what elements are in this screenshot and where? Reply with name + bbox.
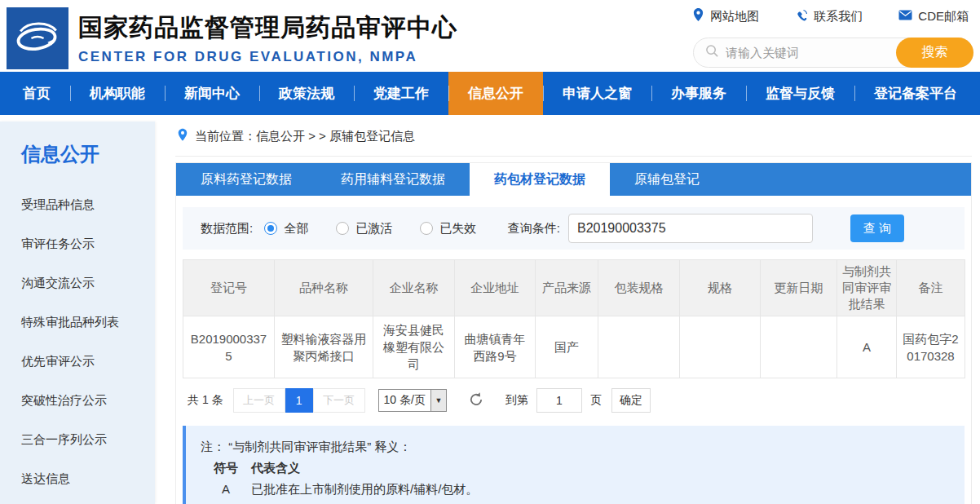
radio-expired-label: 已失效: [439, 221, 476, 237]
table-header-row: 登记号 品种名称 企业名称 企业地址 产品来源 包装规格 规格 更新日期 与制剂…: [183, 260, 965, 316]
sidebar-item-delivery-info[interactable]: 送达信息: [21, 459, 155, 498]
sitemap-link[interactable]: 网站地图: [692, 8, 759, 24]
total-count: 共 1 条: [188, 393, 223, 408]
sidebar-item-special-approval[interactable]: 特殊审批品种列表: [21, 303, 155, 342]
scope-label: 数据范围:: [201, 221, 253, 237]
tab-packaging-data[interactable]: 药包材登记数据: [470, 163, 610, 196]
note-meaning-i: 尚未通过与制剂共同审评审批的原料/辅料/包材。: [251, 500, 956, 504]
chevron-down-icon: ▼: [430, 390, 446, 411]
col-product-source: 产品来源: [536, 260, 598, 316]
nav-item-info-disclosure[interactable]: 信息公开: [448, 72, 543, 115]
site-title: 国家药品监督管理局药品审评中心: [78, 11, 457, 45]
page-number-button[interactable]: 1: [285, 388, 313, 413]
radio-all-label: 全部: [284, 221, 308, 237]
sidebar-item-accepted-products[interactable]: 受理品种信息: [21, 185, 155, 224]
nav-item-home[interactable]: 首页: [3, 72, 70, 115]
sidebar-item-communication[interactable]: 沟通交流公示: [21, 263, 155, 303]
nav-item-registration-platform[interactable]: 登记备案平台: [854, 72, 977, 115]
query-label: 查询条件:: [508, 221, 560, 237]
query-button[interactable]: 查 询: [850, 214, 904, 242]
radio-activated-label: 已激活: [355, 221, 392, 237]
main-nav: 首页 机构职能 新闻中心 政策法规 党建工作 信息公开 申请人之窗 办事服务 监…: [0, 72, 980, 115]
radio-option-activated[interactable]: 已激活: [336, 221, 392, 237]
mailbox-link[interactable]: CDE邮箱: [898, 8, 969, 24]
contact-link[interactable]: 联系我们: [795, 8, 863, 24]
note-box: 注： “与制剂共同审评审批结果” 释义： 符号 代表含义 A 已批准在上市制剂使…: [183, 426, 965, 504]
note-row-a: A 已批准在上市制剂使用的原料/辅料/包材。: [201, 479, 956, 500]
cde-logo-icon: [8, 7, 67, 69]
col-spec: 规格: [680, 260, 761, 316]
breadcrumb-text: 当前位置：信息公开 > > 原辅包登记信息: [195, 129, 415, 144]
page-size-select[interactable]: 10 条/页 ▼: [378, 389, 447, 412]
cell-joint-review-result: A: [837, 316, 897, 378]
sidebar-item-review-tasks[interactable]: 审评任务公示: [21, 224, 155, 263]
col-joint-review-result: 与制剂共同审评审批结果: [837, 260, 897, 316]
nav-item-applicant[interactable]: 申请人之窗: [543, 72, 651, 115]
goto-label: 到第: [505, 393, 528, 408]
cde-logo[interactable]: [7, 7, 68, 69]
col-registration-no: 登记号: [183, 260, 275, 316]
refresh-icon: [468, 391, 484, 410]
note-symbol-i: I: [201, 500, 251, 504]
tab-raw-aux-pack[interactable]: 原辅包登记: [610, 163, 724, 196]
radio-activated[interactable]: [336, 222, 349, 235]
nav-item-services[interactable]: 办事服务: [651, 72, 746, 115]
query-input[interactable]: [568, 214, 813, 243]
note-meaning-header: 代表含义: [251, 458, 956, 479]
mailbox-label: CDE邮箱: [918, 9, 969, 24]
sidebar-item-three-in-one[interactable]: 三合一序列公示: [21, 420, 155, 459]
radio-all[interactable]: [264, 222, 277, 235]
note-symbol-header: 符号: [201, 458, 251, 479]
col-company-name: 企业名称: [373, 260, 455, 316]
cell-update-date: [761, 316, 837, 378]
col-packaging-spec: 包装规格: [598, 260, 680, 316]
radio-expired[interactable]: [420, 222, 433, 235]
goto-page-input[interactable]: [536, 388, 582, 413]
note-symbol-a: A: [201, 479, 251, 500]
nav-item-policies[interactable]: 政策法规: [259, 72, 354, 115]
prev-page-button[interactable]: 上一页: [233, 388, 285, 413]
sidebar-title: 信息公开: [21, 141, 155, 167]
col-remarks: 备注: [897, 260, 965, 316]
refresh-button[interactable]: [468, 391, 484, 410]
note-row-i: I 尚未通过与制剂共同审评审批的原料/辅料/包材。: [201, 500, 956, 504]
breadcrumb: 当前位置：信息公开 > > 原辅包登记信息: [175, 122, 972, 157]
cell-spec: [680, 316, 761, 378]
cell-company-address: 曲塘镇青年西路9号: [455, 316, 536, 378]
goto-page-suffix: 页: [590, 393, 602, 408]
sidebar-item-breakthrough-therapy[interactable]: 突破性治疗公示: [21, 381, 155, 420]
nav-item-party[interactable]: 党建工作: [354, 72, 448, 115]
main-content: 当前位置：信息公开 > > 原辅包登记信息 原料药登记数据 药用辅料登记数据 药…: [175, 122, 972, 504]
radio-option-expired[interactable]: 已失效: [420, 221, 476, 237]
breadcrumb-pin-icon: [177, 128, 188, 144]
tab-excipient-data[interactable]: 药用辅料登记数据: [316, 163, 470, 196]
contact-label: 联系我们: [814, 9, 863, 24]
cell-packaging-spec: [598, 316, 680, 378]
cell-company-name: 海安县健民橡塑有限公司: [373, 316, 455, 378]
results-table: 登记号 品种名称 企业名称 企业地址 产品来源 包装规格 规格 更新日期 与制剂…: [183, 259, 965, 378]
confirm-button[interactable]: 确定: [611, 388, 651, 413]
cell-registration-no: B20190003375: [183, 316, 275, 378]
col-update-date: 更新日期: [761, 260, 837, 316]
search-icon: [705, 44, 719, 61]
header-utility-links: 网站地图 联系我们 CDE邮箱: [692, 8, 969, 24]
site-subtitle: CENTER FOR DRUG EVALUATION, NMPA: [78, 49, 457, 65]
radio-option-all[interactable]: 全部: [264, 221, 308, 237]
envelope-icon: [898, 10, 912, 24]
filter-row: 数据范围: 全部 已激活 已失效 查询条件: 查 询: [183, 207, 965, 250]
header-search: 搜索: [693, 38, 973, 68]
next-page-button[interactable]: 下一页: [313, 388, 365, 413]
note-meaning-a: 已批准在上市制剂使用的原料/辅料/包材。: [251, 479, 956, 500]
scope-radio-group: 全部 已激活 已失效: [264, 221, 476, 237]
note-title: 注： “与制剂共同审评审批结果” 释义：: [201, 436, 956, 458]
nav-item-functions[interactable]: 机构职能: [70, 72, 165, 115]
tab-api-data[interactable]: 原料药登记数据: [176, 163, 316, 196]
nav-item-supervision[interactable]: 监督与反馈: [746, 72, 854, 115]
header-search-button[interactable]: 搜索: [896, 38, 973, 68]
sidebar-item-priority-review[interactable]: 优先审评公示: [21, 342, 155, 381]
nav-item-news[interactable]: 新闻中心: [165, 72, 259, 115]
sidebar-list: 受理品种信息 审评任务公示 沟通交流公示 特殊审批品种列表 优先审评公示 突破性…: [21, 185, 155, 498]
sitemap-label: 网站地图: [710, 9, 759, 24]
cell-product-name: 塑料输液容器用聚丙烯接口: [275, 316, 373, 378]
content-panel: 原料药登记数据 药用辅料登记数据 药包材登记数据 原辅包登记 数据范围: 全部 …: [175, 162, 972, 504]
